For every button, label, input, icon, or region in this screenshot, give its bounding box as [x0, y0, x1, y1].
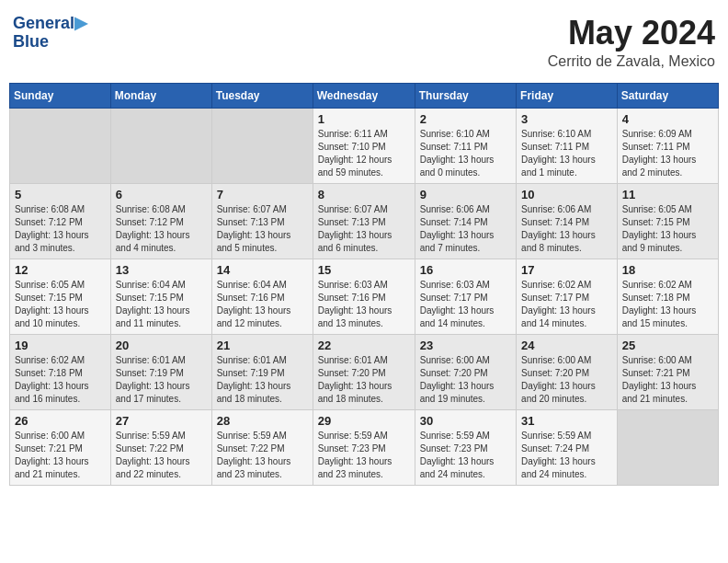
table-row: 4Sunrise: 6:09 AM Sunset: 7:11 PM Daylig…: [617, 108, 718, 183]
day-info: Sunrise: 6:08 AM Sunset: 7:12 PM Dayligh…: [15, 203, 106, 255]
day-info: Sunrise: 6:00 AM Sunset: 7:20 PM Dayligh…: [521, 354, 612, 406]
day-number: 3: [521, 112, 612, 126]
day-info: Sunrise: 6:07 AM Sunset: 7:13 PM Dayligh…: [217, 203, 308, 255]
table-row: 25Sunrise: 6:00 AM Sunset: 7:21 PM Dayli…: [617, 334, 718, 409]
table-row: 31Sunrise: 5:59 AM Sunset: 7:24 PM Dayli…: [517, 409, 618, 485]
day-number: 8: [318, 188, 410, 201]
day-number: 23: [420, 339, 511, 352]
table-row: 17Sunrise: 6:02 AM Sunset: 7:17 PM Dayli…: [517, 259, 618, 334]
calendar-table: Sunday Monday Tuesday Wednesday Thursday…: [9, 83, 719, 486]
day-number: 12: [15, 263, 106, 277]
calendar-week-1: 1Sunrise: 6:11 AM Sunset: 7:10 PM Daylig…: [10, 108, 719, 183]
table-row: 14Sunrise: 6:04 AM Sunset: 7:16 PM Dayli…: [211, 259, 313, 334]
day-info: Sunrise: 5:59 AM Sunset: 7:22 PM Dayligh…: [116, 430, 207, 481]
day-info: Sunrise: 6:02 AM Sunset: 7:18 PM Dayligh…: [622, 279, 713, 330]
table-row: 8Sunrise: 6:07 AM Sunset: 7:13 PM Daylig…: [313, 183, 415, 259]
col-thursday: Thursday: [415, 83, 516, 108]
day-number: 1: [318, 112, 410, 126]
day-number: 16: [420, 263, 511, 277]
day-info: Sunrise: 6:04 AM Sunset: 7:15 PM Dayligh…: [116, 279, 207, 330]
calendar-week-4: 19Sunrise: 6:02 AM Sunset: 7:18 PM Dayli…: [10, 334, 719, 409]
calendar-header-row: Sunday Monday Tuesday Wednesday Thursday…: [10, 83, 719, 108]
table-row: 30Sunrise: 5:59 AM Sunset: 7:23 PM Dayli…: [415, 409, 516, 485]
main-title: May 2024: [548, 15, 715, 52]
title-block: May 2024 Cerrito de Zavala, Mexico: [548, 15, 715, 70]
day-number: 2: [420, 112, 511, 126]
day-number: 21: [217, 339, 308, 352]
day-number: 28: [217, 414, 308, 428]
table-row: [211, 108, 313, 183]
day-info: Sunrise: 6:06 AM Sunset: 7:14 PM Dayligh…: [420, 203, 511, 255]
day-info: Sunrise: 5:59 AM Sunset: 7:23 PM Dayligh…: [318, 430, 410, 481]
table-row: [110, 108, 211, 183]
table-row: 22Sunrise: 6:01 AM Sunset: 7:20 PM Dayli…: [313, 334, 415, 409]
day-number: 17: [521, 263, 612, 277]
day-number: 25: [622, 339, 713, 352]
col-saturday: Saturday: [617, 83, 718, 108]
table-row: 10Sunrise: 6:06 AM Sunset: 7:14 PM Dayli…: [517, 183, 618, 259]
day-info: Sunrise: 6:06 AM Sunset: 7:14 PM Dayligh…: [521, 203, 612, 255]
day-number: 13: [116, 263, 207, 277]
day-number: 19: [15, 339, 106, 352]
table-row: 24Sunrise: 6:00 AM Sunset: 7:20 PM Dayli…: [517, 334, 618, 409]
day-number: 14: [217, 263, 308, 277]
day-info: Sunrise: 6:01 AM Sunset: 7:20 PM Dayligh…: [318, 354, 410, 406]
table-row: 20Sunrise: 6:01 AM Sunset: 7:19 PM Dayli…: [110, 334, 211, 409]
day-number: 30: [420, 414, 511, 428]
day-info: Sunrise: 5:59 AM Sunset: 7:24 PM Dayligh…: [521, 430, 612, 481]
table-row: 2Sunrise: 6:10 AM Sunset: 7:11 PM Daylig…: [415, 108, 516, 183]
table-row: 13Sunrise: 6:04 AM Sunset: 7:15 PM Dayli…: [110, 259, 211, 334]
day-number: 5: [15, 188, 106, 201]
table-row: 23Sunrise: 6:00 AM Sunset: 7:20 PM Dayli…: [415, 334, 516, 409]
subtitle: Cerrito de Zavala, Mexico: [548, 53, 715, 70]
col-monday: Monday: [110, 83, 211, 108]
table-row: 28Sunrise: 5:59 AM Sunset: 7:22 PM Dayli…: [211, 409, 313, 485]
table-row: 16Sunrise: 6:03 AM Sunset: 7:17 PM Dayli…: [415, 259, 516, 334]
day-number: 4: [622, 112, 713, 126]
day-number: 26: [15, 414, 106, 428]
day-number: 11: [622, 188, 713, 201]
day-number: 6: [116, 188, 207, 201]
table-row: 15Sunrise: 6:03 AM Sunset: 7:16 PM Dayli…: [313, 259, 415, 334]
day-info: Sunrise: 6:03 AM Sunset: 7:16 PM Dayligh…: [318, 279, 410, 330]
table-row: [617, 409, 718, 485]
day-number: 7: [217, 188, 308, 201]
table-row: 1Sunrise: 6:11 AM Sunset: 7:10 PM Daylig…: [313, 108, 415, 183]
table-row: 18Sunrise: 6:02 AM Sunset: 7:18 PM Dayli…: [617, 259, 718, 334]
table-row: 21Sunrise: 6:01 AM Sunset: 7:19 PM Dayli…: [211, 334, 313, 409]
day-info: Sunrise: 6:08 AM Sunset: 7:12 PM Dayligh…: [116, 203, 207, 255]
day-info: Sunrise: 6:05 AM Sunset: 7:15 PM Dayligh…: [15, 279, 106, 330]
logo: General▶Blue: [13, 15, 87, 52]
day-number: 18: [622, 263, 713, 277]
day-info: Sunrise: 6:11 AM Sunset: 7:10 PM Dayligh…: [318, 128, 410, 179]
day-info: Sunrise: 6:00 AM Sunset: 7:21 PM Dayligh…: [15, 430, 106, 481]
calendar-week-3: 12Sunrise: 6:05 AM Sunset: 7:15 PM Dayli…: [10, 259, 719, 334]
table-row: 6Sunrise: 6:08 AM Sunset: 7:12 PM Daylig…: [110, 183, 211, 259]
table-row: 7Sunrise: 6:07 AM Sunset: 7:13 PM Daylig…: [211, 183, 313, 259]
table-row: 19Sunrise: 6:02 AM Sunset: 7:18 PM Dayli…: [10, 334, 111, 409]
day-info: Sunrise: 6:02 AM Sunset: 7:17 PM Dayligh…: [521, 279, 612, 330]
col-sunday: Sunday: [10, 83, 111, 108]
page-header: General▶Blue May 2024 Cerrito de Zavala,…: [9, 9, 719, 75]
day-info: Sunrise: 6:02 AM Sunset: 7:18 PM Dayligh…: [15, 354, 106, 406]
day-number: 29: [318, 414, 410, 428]
day-info: Sunrise: 6:10 AM Sunset: 7:11 PM Dayligh…: [420, 128, 511, 179]
calendar-week-2: 5Sunrise: 6:08 AM Sunset: 7:12 PM Daylig…: [10, 183, 719, 259]
day-info: Sunrise: 6:07 AM Sunset: 7:13 PM Dayligh…: [318, 203, 410, 255]
day-info: Sunrise: 5:59 AM Sunset: 7:23 PM Dayligh…: [420, 430, 511, 481]
day-info: Sunrise: 6:00 AM Sunset: 7:20 PM Dayligh…: [420, 354, 511, 406]
table-row: 12Sunrise: 6:05 AM Sunset: 7:15 PM Dayli…: [10, 259, 111, 334]
day-info: Sunrise: 6:10 AM Sunset: 7:11 PM Dayligh…: [521, 128, 612, 179]
col-friday: Friday: [517, 83, 618, 108]
day-number: 27: [116, 414, 207, 428]
day-number: 22: [318, 339, 410, 352]
day-number: 24: [521, 339, 612, 352]
day-number: 9: [420, 188, 511, 201]
table-row: 11Sunrise: 6:05 AM Sunset: 7:15 PM Dayli…: [617, 183, 718, 259]
table-row: 3Sunrise: 6:10 AM Sunset: 7:11 PM Daylig…: [517, 108, 618, 183]
table-row: [10, 108, 111, 183]
table-row: 27Sunrise: 5:59 AM Sunset: 7:22 PM Dayli…: [110, 409, 211, 485]
day-info: Sunrise: 6:05 AM Sunset: 7:15 PM Dayligh…: [622, 203, 713, 255]
table-row: 29Sunrise: 5:59 AM Sunset: 7:23 PM Dayli…: [313, 409, 415, 485]
calendar-week-5: 26Sunrise: 6:00 AM Sunset: 7:21 PM Dayli…: [10, 409, 719, 485]
